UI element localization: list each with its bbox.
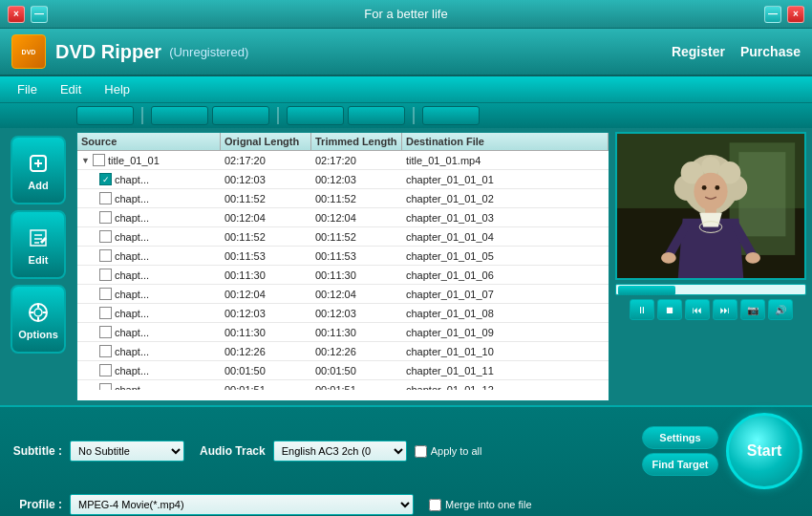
maximize-button[interactable]: — xyxy=(764,6,781,23)
row-checkbox[interactable] xyxy=(99,192,112,204)
preview-panel: ⏸ ⏹ ⏮ ⏭ 📷 🔊 xyxy=(615,132,806,401)
close-button[interactable]: × xyxy=(8,6,25,23)
cell-dest: chapter_01_01_01 xyxy=(402,172,609,187)
volume-button[interactable]: 🔊 xyxy=(768,299,793,320)
row-checkbox[interactable] xyxy=(99,364,112,376)
table-row[interactable]: chapt...00:12:0400:12:04chapter_01_01_03 xyxy=(77,208,609,227)
cell-dest: title_01_01.mp4 xyxy=(402,153,609,168)
apply-all-check[interactable]: Apply to all xyxy=(415,445,482,458)
table-row[interactable]: chapt...00:12:0300:12:03chapter_01_01_08 xyxy=(77,304,609,323)
table-row[interactable]: chapt...00:11:3000:11:30chapter_01_01_09 xyxy=(77,323,609,342)
cell-orig: 02:17:20 xyxy=(221,153,311,168)
table-row[interactable]: chapt...00:11:5200:11:52chapter_01_01_02 xyxy=(77,189,609,208)
col-header-trim: Trimmed Length xyxy=(311,133,402,150)
find-target-button[interactable]: Find Target xyxy=(642,453,718,476)
table-row[interactable]: ▼ title_01_0102:17:2002:17:20title_01_01… xyxy=(77,151,609,170)
toolbar-btn-4[interactable] xyxy=(287,106,344,125)
audio-select[interactable]: English AC3 2ch (0 xyxy=(273,441,407,462)
minimize-button[interactable]: — xyxy=(31,6,48,23)
purchase-button[interactable]: Purchase xyxy=(740,44,801,59)
start-button[interactable]: Start xyxy=(726,413,802,489)
cell-source: chapt... xyxy=(77,286,221,302)
options-button[interactable]: Options xyxy=(11,285,66,354)
row-checkbox[interactable] xyxy=(99,249,112,262)
col-header-source: Source xyxy=(77,133,221,150)
cell-orig: 00:11:52 xyxy=(221,191,311,206)
merge-label: Merge into one file xyxy=(445,499,532,510)
table-row[interactable]: chapt...00:01:5100:01:51chapter_01_01_12 xyxy=(77,380,609,390)
table-row[interactable]: chapt...00:11:3000:11:30chapter_01_01_06 xyxy=(77,266,609,285)
cell-trim: 00:01:50 xyxy=(311,363,402,378)
table-row[interactable]: chapt...00:12:0400:12:04chapter_01_01_07 xyxy=(77,285,609,304)
toolbar-sep-2 xyxy=(277,107,279,124)
source-text: chapt... xyxy=(115,327,149,338)
cell-trim: 00:12:03 xyxy=(311,306,402,321)
row-checkbox[interactable] xyxy=(93,154,105,166)
source-text: chapt... xyxy=(115,212,149,224)
settings-button[interactable]: Settings xyxy=(642,426,718,449)
table-row[interactable]: chapt...00:11:5200:11:52chapter_01_01_04 xyxy=(77,227,609,247)
profile-label: Profile : xyxy=(10,498,62,511)
preview-scrollbar[interactable] xyxy=(615,284,806,295)
subtitle-select[interactable]: No Subtitle xyxy=(70,441,184,462)
menu-help[interactable]: Help xyxy=(95,80,139,98)
cell-orig: 00:01:51 xyxy=(221,382,311,391)
source-text: chapt... xyxy=(115,384,149,391)
menu-edit[interactable]: Edit xyxy=(51,80,91,98)
table-row[interactable]: ✓ chapt...00:12:0300:12:03chapter_01_01_… xyxy=(77,170,609,189)
row-checkbox[interactable] xyxy=(99,211,112,224)
edit-icon xyxy=(25,225,52,251)
table-row[interactable]: chapt...00:12:2600:12:26chapter_01_01_10 xyxy=(77,342,609,361)
pause-button[interactable]: ⏸ xyxy=(630,299,654,320)
toolbar-btn-2[interactable] xyxy=(151,106,208,125)
stop-button[interactable]: ⏹ xyxy=(657,299,682,320)
cell-source: chapt... xyxy=(77,209,221,226)
cell-dest: chapter_01_01_08 xyxy=(402,306,609,321)
bottom-area: Subtitle : No Subtitle Audio Track Engli… xyxy=(0,405,812,516)
row-checkbox[interactable] xyxy=(99,345,112,357)
snapshot-button[interactable]: 📷 xyxy=(740,299,765,320)
apply-all-checkbox[interactable] xyxy=(415,445,427,458)
cell-source: chapt... xyxy=(77,362,221,378)
row-checkbox[interactable] xyxy=(99,383,112,390)
row-checkbox[interactable] xyxy=(99,230,112,243)
svg-point-27 xyxy=(661,252,676,264)
source-text: title_01_01 xyxy=(108,155,160,166)
register-button[interactable]: Register xyxy=(672,44,725,59)
svg-point-28 xyxy=(745,252,760,264)
source-text: chapt... xyxy=(115,308,149,319)
toolbar-btn-3[interactable] xyxy=(212,106,269,125)
toolbar-sep-1 xyxy=(141,107,143,124)
merge-checkbox[interactable] xyxy=(429,499,441,511)
next-button[interactable]: ⏭ xyxy=(713,299,737,320)
close-button-right[interactable]: × xyxy=(787,6,804,23)
preview-placeholder xyxy=(617,134,804,278)
toolbar-btn-1[interactable] xyxy=(76,106,134,125)
subtitle-label: Subtitle : xyxy=(10,444,62,458)
row-checkbox[interactable]: ✓ xyxy=(99,173,112,185)
row-checkbox[interactable] xyxy=(99,326,112,338)
menu-bar: File Edit Help xyxy=(0,76,812,103)
source-text: chapt... xyxy=(115,346,149,357)
svg-point-22 xyxy=(694,173,727,210)
cell-trim: 00:12:03 xyxy=(311,172,402,187)
cell-trim: 00:11:52 xyxy=(311,229,402,245)
menu-file[interactable]: File xyxy=(8,80,47,98)
profile-select[interactable]: MPEG-4 Movie(*.mp4) xyxy=(70,494,414,515)
add-button[interactable]: Add xyxy=(11,136,66,204)
cell-source: chapt... xyxy=(77,228,221,245)
toolbar-btn-5[interactable] xyxy=(348,106,405,125)
row-checkbox[interactable] xyxy=(99,307,112,319)
table-row[interactable]: chapt...00:11:5300:11:53chapter_01_01_05 xyxy=(77,247,609,266)
row-checkbox[interactable] xyxy=(99,269,112,281)
file-list-body[interactable]: ▼ title_01_0102:17:2002:17:20title_01_01… xyxy=(77,151,609,390)
prev-button[interactable]: ⏮ xyxy=(685,299,710,320)
cell-orig: 00:12:03 xyxy=(221,306,311,321)
edit-button[interactable]: Edit xyxy=(11,210,66,279)
toolbar-btn-6[interactable] xyxy=(422,106,480,125)
row-checkbox[interactable] xyxy=(99,288,112,300)
cell-dest: chapter_01_01_03 xyxy=(402,210,609,226)
merge-check[interactable]: Merge into one file xyxy=(429,499,532,511)
source-text: chapt... xyxy=(115,289,149,300)
table-row[interactable]: chapt...00:01:5000:01:50chapter_01_01_11 xyxy=(77,361,609,380)
